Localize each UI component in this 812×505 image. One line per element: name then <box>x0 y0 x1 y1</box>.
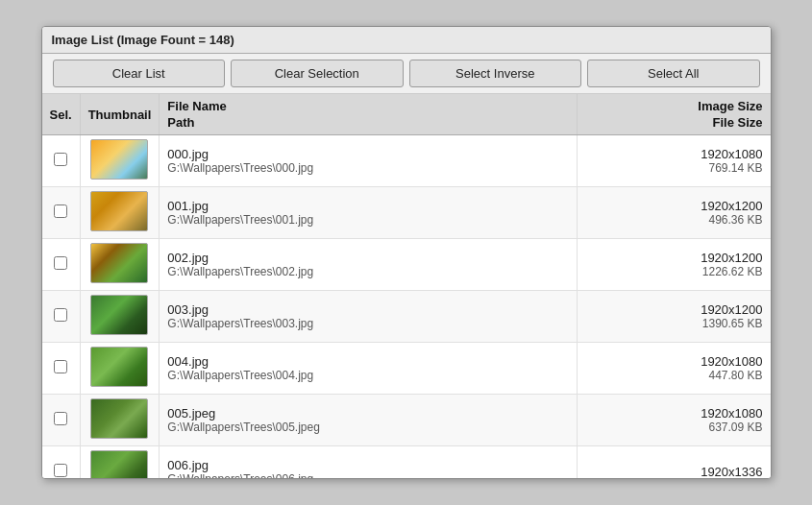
table-row: 000.jpgG:\Wallpapers\Trees\000.jpg1920x1… <box>42 135 771 187</box>
row-thumbnail-cell <box>80 395 160 446</box>
row-thumbnail-cell <box>80 239 160 291</box>
table-row: 003.jpgG:\Wallpapers\Trees\003.jpg1920x1… <box>42 291 771 343</box>
file-size: 447.80 KB <box>708 369 762 382</box>
col-header-thumbnail: Thumbnail <box>80 94 160 135</box>
row-filename-cell: 004.jpgG:\Wallpapers\Trees\004.jpg <box>160 343 578 395</box>
file-path: G:\Wallpapers\Trees\003.jpg <box>167 317 569 330</box>
row-thumbnail-cell <box>80 187 160 239</box>
thumbnail-image <box>90 243 148 283</box>
file-size: 496.36 KB <box>708 213 762 227</box>
thumbnail-image <box>90 450 148 478</box>
thumbnail-image <box>90 139 148 180</box>
row-checkbox[interactable] <box>54 308 67 322</box>
row-filename-cell: 005.jpegG:\Wallpapers\Trees\005.jpeg <box>160 395 578 446</box>
row-filename-cell: 000.jpgG:\Wallpapers\Trees\000.jpg <box>160 135 578 187</box>
select-inverse-button[interactable]: Select Inverse <box>409 60 582 87</box>
table-row: 004.jpgG:\Wallpapers\Trees\004.jpg1920x1… <box>42 343 771 395</box>
row-size-cell: 1920x12001390.65 KB <box>578 291 771 343</box>
row-sel-cell <box>42 291 81 343</box>
file-name: 005.jpeg <box>167 406 569 421</box>
file-name: 006.jpg <box>167 458 569 472</box>
file-name: 002.jpg <box>167 251 569 265</box>
thumbnail-image <box>90 191 148 231</box>
image-size: 1920x1200 <box>701 302 762 317</box>
row-checkbox[interactable] <box>54 204 67 218</box>
row-size-cell: 1920x1080447.80 KB <box>578 343 771 395</box>
row-thumbnail-cell <box>80 135 160 187</box>
row-size-cell: 1920x1200496.36 KB <box>578 187 771 239</box>
file-size: 1390.65 KB <box>702 317 763 330</box>
row-checkbox[interactable] <box>54 153 67 166</box>
table-row: 001.jpgG:\Wallpapers\Trees\001.jpg1920x1… <box>42 187 771 239</box>
image-size: 1920x1080 <box>701 406 762 421</box>
row-filename-cell: 001.jpgG:\Wallpapers\Trees\001.jpg <box>160 187 578 239</box>
file-name: 000.jpg <box>167 147 569 161</box>
row-thumbnail-cell <box>80 343 160 395</box>
clear-list-button[interactable]: Clear List <box>53 60 226 87</box>
image-size: 1920x1080 <box>701 147 762 161</box>
file-name: 003.jpg <box>167 302 569 317</box>
row-checkbox[interactable] <box>54 360 67 373</box>
table-body: 000.jpgG:\Wallpapers\Trees\000.jpg1920x1… <box>42 135 771 479</box>
row-filename-cell: 006.jpgG:\Wallpapers\Trees\006.jpg <box>160 446 578 479</box>
file-path: G:\Wallpapers\Trees\006.jpg <box>167 472 569 478</box>
table-row: 006.jpgG:\Wallpapers\Trees\006.jpg1920x1… <box>42 446 771 479</box>
row-size-cell: 1920x12001226.62 KB <box>578 239 771 291</box>
row-size-cell: 1920x1080769.14 KB <box>578 135 771 187</box>
file-size: 769.14 KB <box>708 161 762 175</box>
row-filename-cell: 002.jpgG:\Wallpapers\Trees\002.jpg <box>160 239 578 291</box>
file-name: 004.jpg <box>167 354 569 369</box>
toolbar: Clear List Clear Selection Select Invers… <box>42 54 771 94</box>
row-sel-cell <box>42 187 81 239</box>
thumbnail-image <box>90 295 148 335</box>
image-size: 1920x1200 <box>701 251 762 265</box>
file-path: G:\Wallpapers\Trees\004.jpg <box>167 369 569 382</box>
table-row: 002.jpgG:\Wallpapers\Trees\002.jpg1920x1… <box>42 239 771 291</box>
row-sel-cell <box>42 135 81 187</box>
file-path: G:\Wallpapers\Trees\002.jpg <box>167 265 569 278</box>
clear-selection-button[interactable]: Clear Selection <box>231 60 404 87</box>
file-path: G:\Wallpapers\Trees\001.jpg <box>167 213 569 227</box>
thumbnail-image <box>90 398 148 439</box>
thumbnail-image <box>90 347 148 387</box>
row-size-cell: 1920x1080637.09 KB <box>578 395 771 446</box>
row-size-cell: 1920x1336 <box>578 446 771 479</box>
title-bar: Image List (Image Fount = 148) <box>42 27 771 54</box>
file-name: 001.jpg <box>167 199 569 213</box>
col-header-sel: Sel. <box>42 94 81 135</box>
image-size: 1920x1080 <box>701 354 762 369</box>
row-sel-cell <box>42 395 81 446</box>
image-list-table: Sel. Thumbnail File Name Path Image Size <box>42 94 771 478</box>
image-size: 1920x1200 <box>701 199 762 213</box>
image-size: 1920x1336 <box>701 465 762 478</box>
file-size: 637.09 KB <box>708 421 762 434</box>
select-all-button[interactable]: Select All <box>587 60 760 87</box>
row-sel-cell <box>42 343 81 395</box>
row-checkbox[interactable] <box>54 412 67 425</box>
table-row: 005.jpegG:\Wallpapers\Trees\005.jpeg1920… <box>42 395 771 446</box>
image-list-table-container: Sel. Thumbnail File Name Path Image Size <box>42 94 771 478</box>
row-filename-cell: 003.jpgG:\Wallpapers\Trees\003.jpg <box>160 291 578 343</box>
row-sel-cell <box>42 446 81 479</box>
main-window: Image List (Image Fount = 148) Clear Lis… <box>41 26 772 479</box>
row-checkbox[interactable] <box>54 464 67 477</box>
file-size: 1226.62 KB <box>702 265 763 278</box>
file-path: G:\Wallpapers\Trees\005.jpeg <box>167 421 569 434</box>
col-header-size: Image Size File Size <box>578 94 771 135</box>
file-path: G:\Wallpapers\Trees\000.jpg <box>167 161 569 175</box>
row-thumbnail-cell <box>80 446 160 479</box>
col-header-filename: File Name Path <box>160 94 578 135</box>
window-title: Image List (Image Fount = 148) <box>52 33 234 47</box>
row-checkbox[interactable] <box>54 256 67 270</box>
row-thumbnail-cell <box>80 291 160 343</box>
row-sel-cell <box>42 239 81 291</box>
